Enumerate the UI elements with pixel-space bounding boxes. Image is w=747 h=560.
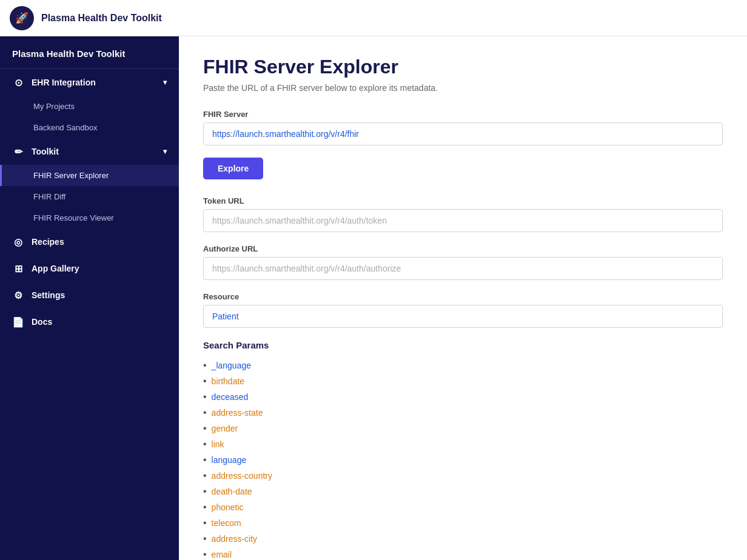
search-params-title: Search Params — [203, 340, 723, 350]
list-item: link — [203, 436, 723, 452]
resource-field-group: Resource — [203, 292, 723, 328]
list-item: deceased — [203, 389, 723, 405]
search-param-name[interactable]: phonetic — [212, 502, 244, 512]
search-param-name[interactable]: telecom — [212, 518, 241, 528]
search-param-name[interactable]: deceased — [212, 392, 249, 402]
sidebar-item-ehr-label: EHR Integration — [32, 78, 96, 87]
recipes-icon: ◎ — [12, 236, 24, 248]
fhir-server-field-group: FHIR Server — [203, 110, 723, 145]
app-gallery-icon: ⊞ — [12, 262, 24, 275]
sidebar-item-settings-label: Settings — [32, 290, 65, 300]
search-params-list: _languagebirthdatedeceasedaddress-stateg… — [203, 358, 723, 560]
search-param-name[interactable]: address-state — [212, 408, 263, 418]
sidebar-sub-item-fhir-server-explorer[interactable]: FHIR Server Explorer — [0, 165, 179, 186]
sub-item-label: FHIR Resource Viewer — [33, 213, 114, 222]
list-item: telecom — [203, 515, 723, 531]
chevron-down-icon: ▾ — [163, 147, 167, 156]
explore-button[interactable]: Explore — [203, 158, 263, 179]
list-item: email — [203, 547, 723, 560]
sidebar-item-settings[interactable]: ⚙ Settings — [0, 282, 179, 308]
authorize-url-input[interactable] — [203, 257, 723, 280]
toolkit-icon: ✏ — [12, 145, 24, 158]
search-param-name[interactable]: address-country — [212, 471, 272, 481]
ehr-integration-icon: ⊙ — [12, 76, 24, 88]
sidebar-item-app-gallery[interactable]: ⊞ App Gallery — [0, 255, 179, 282]
sub-item-label: FHIR Diff — [33, 192, 65, 201]
list-item: phonetic — [203, 499, 723, 515]
token-url-label: Token URL — [203, 196, 723, 205]
sub-item-label: FHIR Server Explorer — [33, 171, 109, 180]
list-item: address-city — [203, 531, 723, 547]
sidebar-sub-item-my-projects[interactable]: My Projects — [0, 96, 179, 117]
sidebar-item-recipes[interactable]: ◎ Recipes — [0, 228, 179, 255]
sidebar: Plasma Health Dev Toolkit ⊙ EHR Integrat… — [0, 36, 179, 560]
logo-icon: 🚀 — [10, 6, 34, 30]
search-param-name[interactable]: address-city — [212, 534, 257, 544]
sidebar-item-ehr-integration[interactable]: ⊙ EHR Integration ▾ — [0, 69, 179, 96]
sub-item-label: Backend Sandbox — [33, 123, 98, 132]
page-subtitle: Paste the URL of a FHIR server below to … — [203, 83, 723, 93]
list-item: birthdate — [203, 373, 723, 389]
docs-icon: 📄 — [12, 316, 24, 328]
search-param-name[interactable]: gender — [212, 424, 238, 433]
list-item: death-date — [203, 484, 723, 499]
list-item: gender — [203, 421, 723, 436]
list-item: address-state — [203, 405, 723, 421]
sidebar-sub-item-backend-sandbox[interactable]: Backend Sandbox — [0, 117, 179, 138]
main-content: FHIR Server Explorer Paste the URL of a … — [179, 36, 747, 560]
top-bar: 🚀 Plasma Health Dev Toolkit — [0, 0, 747, 36]
sidebar-item-recipes-label: Recipes — [32, 237, 64, 247]
sidebar-item-toolkit-label: Toolkit — [32, 147, 59, 156]
chevron-down-icon: ▾ — [163, 78, 167, 87]
token-url-field-group: Token URL — [203, 196, 723, 232]
sidebar-sub-item-fhir-diff[interactable]: FHIR Diff — [0, 186, 179, 207]
list-item: address-country — [203, 468, 723, 484]
main-layout: Plasma Health Dev Toolkit ⊙ EHR Integrat… — [0, 36, 747, 560]
top-bar-title: Plasma Health Dev Toolkit — [41, 13, 162, 24]
sub-item-label: My Projects — [33, 102, 75, 111]
fhir-server-input[interactable] — [203, 122, 723, 145]
page-title: FHIR Server Explorer — [203, 56, 723, 78]
search-param-name[interactable]: death-date — [212, 487, 252, 496]
sidebar-item-app-gallery-label: App Gallery — [32, 264, 79, 273]
fhir-server-label: FHIR Server — [203, 110, 723, 119]
settings-icon: ⚙ — [12, 289, 24, 301]
search-param-name[interactable]: email — [212, 550, 232, 559]
list-item: language — [203, 452, 723, 468]
search-param-name[interactable]: language — [212, 455, 247, 465]
sidebar-item-toolkit[interactable]: ✏ Toolkit ▾ — [0, 138, 179, 165]
sidebar-sub-item-fhir-resource-viewer[interactable]: FHIR Resource Viewer — [0, 207, 179, 228]
sidebar-title: Plasma Health Dev Toolkit — [0, 36, 179, 69]
resource-label: Resource — [203, 292, 723, 301]
resource-input[interactable] — [203, 305, 723, 328]
search-param-name[interactable]: link — [212, 439, 224, 449]
search-param-name[interactable]: birthdate — [212, 376, 244, 386]
authorize-url-label: Authorize URL — [203, 244, 723, 253]
authorize-url-field-group: Authorize URL — [203, 244, 723, 280]
list-item: _language — [203, 358, 723, 373]
search-param-name[interactable]: _language — [212, 361, 251, 370]
sidebar-item-docs-label: Docs — [32, 317, 52, 327]
token-url-input[interactable] — [203, 209, 723, 232]
sidebar-item-docs[interactable]: 📄 Docs — [0, 308, 179, 335]
